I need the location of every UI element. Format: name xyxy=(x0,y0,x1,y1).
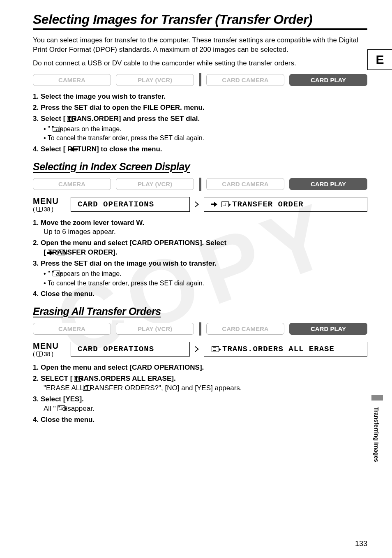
step: Close the menu. xyxy=(33,415,367,425)
transfer-icon xyxy=(67,116,74,122)
menu-item-box: CARD OPERATIONS xyxy=(71,197,190,212)
menu-item-box: TRANSFER ORDER xyxy=(204,197,367,212)
transfer-icon xyxy=(53,126,60,132)
page-title: Selecting Images for Transfer (Transfer … xyxy=(33,12,367,30)
step: Select [YES]. All " " disappear. xyxy=(33,395,367,414)
step-text: [ TRANSFER ORDER]. xyxy=(44,248,117,256)
bullet: To cancel the transfer order, press the … xyxy=(44,279,367,288)
mode-card-camera: CARD CAMERA xyxy=(206,74,284,86)
mode-play-vcr: PLAY (VCR) xyxy=(116,323,194,335)
menu-page-ref: ( 38) xyxy=(33,351,67,357)
step-text: Select [ TRANS.ORDER] and press the SET … xyxy=(41,115,200,123)
mode-separator xyxy=(199,73,201,86)
step-text: Open the menu and select [CARD OPERATION… xyxy=(41,239,226,247)
chevron-right-icon xyxy=(195,201,199,208)
ref-number: 38 xyxy=(44,206,51,213)
book-icon xyxy=(36,207,43,212)
menu-item-box: CARD OPERATIONS xyxy=(71,342,190,357)
menu-title: MENU xyxy=(33,341,67,351)
step: SELECT [ TRANS.ORDERS ALL ERASE]. "ERASE… xyxy=(33,374,367,393)
step: Press the SET dial to open the FILE OPER… xyxy=(33,103,367,113)
mode-card-camera: CARD CAMERA xyxy=(206,323,284,335)
transfer-icon xyxy=(53,271,60,276)
menu-item-box: TRANS.ORDERS ALL ERASE xyxy=(204,342,367,357)
page-content: Selecting Images for Transfer (Transfer … xyxy=(0,0,392,438)
step-subtext: "ERASE ALL TRANSFER ORDERS?", [NO] and [… xyxy=(44,384,367,393)
mode-selector-row: CAMERA PLAY (VCR) CARD CAMERA CARD PLAY xyxy=(33,322,367,336)
intro-paragraph-2: Do not connect a USB or DV cable to the … xyxy=(33,59,367,68)
mode-card-play: CARD PLAY xyxy=(289,74,367,86)
step-text: SELECT [ TRANS.ORDERS ALL ERASE]. xyxy=(41,375,176,382)
intro-paragraph-1: You can select images for transfer to th… xyxy=(33,36,367,55)
step: Select [ TRANS.ORDER] and press the SET … xyxy=(33,114,367,143)
menu-title: MENU xyxy=(33,197,67,206)
step: Close the menu. xyxy=(33,289,367,299)
subtext: All " " disappear. xyxy=(44,405,95,412)
arrow-right-icon xyxy=(47,250,54,255)
bullet: " " appears on the image. xyxy=(44,269,367,278)
mode-camera: CAMERA xyxy=(33,178,111,190)
transfer-icon xyxy=(74,376,81,382)
transfer-icon xyxy=(58,250,65,255)
section3-steps: Open the menu and select [CARD OPERATION… xyxy=(33,363,367,425)
mode-card-play: CARD PLAY xyxy=(289,178,367,190)
step: Open the menu and select [CARD OPERATION… xyxy=(33,363,367,373)
bullet: To cancel the transfer order, press the … xyxy=(44,134,367,143)
step: Open the menu and select [CARD OPERATION… xyxy=(33,238,367,257)
mode-selector-row: CAMERA PLAY (VCR) CARD CAMERA CARD PLAY xyxy=(33,73,367,86)
menu-label: MENU ( 38) xyxy=(33,197,67,213)
arrow-right-icon xyxy=(211,202,218,207)
page-number: 133 xyxy=(355,539,367,548)
step-text: Press the SET dial on the image you wish… xyxy=(41,259,217,267)
transfer-icon xyxy=(83,385,90,391)
mode-separator xyxy=(199,178,201,191)
section2-steps: Move the zoom lever toward W. Up to 6 im… xyxy=(33,218,367,299)
step: Press the SET dial on the image you wish… xyxy=(33,259,367,288)
mode-selector-row: CAMERA PLAY (VCR) CARD CAMERA CARD PLAY xyxy=(33,178,367,191)
transfer-icon xyxy=(221,201,229,207)
book-icon xyxy=(36,352,43,357)
mode-camera: CAMERA xyxy=(33,74,111,86)
menu-path-row: MENU ( 38) CARD OPERATIONS TRANS.ORDERS … xyxy=(33,341,367,357)
mode-card-play: CARD PLAY xyxy=(289,323,367,335)
step-text: Select [YES]. xyxy=(41,395,84,403)
step: Select the image you wish to transfer. xyxy=(33,92,367,102)
step-subtext: All " " disappear. xyxy=(44,404,367,414)
ref-number: 38 xyxy=(44,351,51,357)
section1-steps: Select the image you wish to transfer. P… xyxy=(33,92,367,154)
chevron-right-icon xyxy=(195,346,199,352)
mode-play-vcr: PLAY (VCR) xyxy=(116,74,194,86)
step-subtext: Up to 6 images appear. xyxy=(44,227,367,237)
mode-camera: CAMERA xyxy=(33,323,111,335)
bullet: " " appears on the image. xyxy=(44,125,367,134)
arrow-left-icon xyxy=(70,147,78,152)
menu-item-text: TRANSFER ORDER xyxy=(232,200,304,209)
mode-play-vcr: PLAY (VCR) xyxy=(116,178,194,190)
menu-label: MENU ( 38) xyxy=(33,341,67,357)
step: Move the zoom lever toward W. Up to 6 im… xyxy=(33,218,367,237)
section-heading: Selecting in Index Screen Display xyxy=(33,161,367,173)
step-text: Move the zoom lever toward W. xyxy=(41,219,144,227)
step-text: Select [ RETURN] to close the menu. xyxy=(41,145,162,153)
transfer-icon xyxy=(58,405,65,411)
section-heading: Erasing All Transfer Orders xyxy=(33,306,367,317)
menu-item-text: TRANS.ORDERS ALL ERASE xyxy=(222,345,334,354)
mode-card-camera: CARD CAMERA xyxy=(206,178,284,190)
transfer-icon xyxy=(212,346,219,352)
mode-separator xyxy=(199,322,201,336)
subtext: "ERASE ALL TRANSFER ORDERS?", [NO] and [… xyxy=(44,384,242,392)
step: Select [ RETURN] to close the menu. xyxy=(33,145,367,154)
menu-page-ref: ( 38) xyxy=(33,206,67,213)
menu-path-row: MENU ( 38) CARD OPERATIONS TRANSFER ORDE… xyxy=(33,197,367,213)
